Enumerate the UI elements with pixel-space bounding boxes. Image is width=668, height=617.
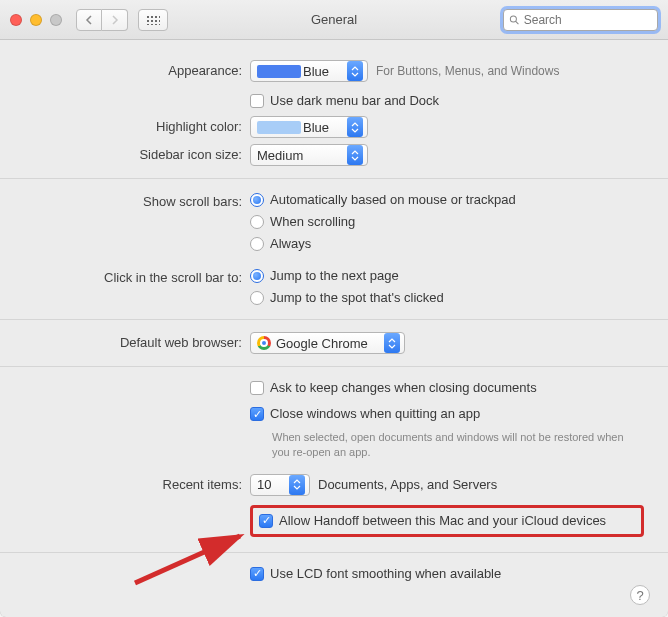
back-button[interactable] — [76, 9, 102, 31]
darkmenu-checkbox[interactable] — [250, 94, 264, 108]
show-all-button[interactable] — [138, 9, 168, 31]
lcd-checkbox[interactable] — [250, 567, 264, 581]
dropdown-arrow-icon — [384, 333, 400, 353]
label-recent: Recent items: — [24, 474, 250, 496]
clickscroll-radio-page[interactable] — [250, 269, 264, 283]
highlight-swatch-icon — [257, 121, 301, 134]
browser-select[interactable]: Google Chrome — [250, 332, 405, 354]
row-lcd: Use LCD font smoothing when available — [24, 565, 644, 583]
help-button[interactable]: ? — [630, 585, 650, 605]
forward-button[interactable] — [102, 9, 128, 31]
titlebar: General — [0, 0, 668, 40]
scrollbars-opt-2: Always — [270, 235, 311, 253]
separator — [0, 178, 668, 179]
handoff-label: Allow Handoff between this Mac and your … — [279, 512, 606, 530]
recent-suffix: Documents, Apps, and Servers — [318, 477, 497, 492]
label-appearance: Appearance: — [24, 60, 250, 82]
scrollbars-opt-1: When scrolling — [270, 213, 355, 231]
scrollbars-radio-scrolling[interactable] — [250, 215, 264, 229]
clickscroll-radio-spot[interactable] — [250, 291, 264, 305]
appearance-select[interactable]: Blue — [250, 60, 368, 82]
traffic-lights — [10, 14, 62, 26]
nav-buttons — [76, 9, 128, 31]
dropdown-arrow-icon — [347, 61, 363, 81]
highlight-select[interactable]: Blue — [250, 116, 368, 138]
row-scrollbars: Show scroll bars: Automatically based on… — [24, 191, 644, 253]
label-sidebar: Sidebar icon size: — [24, 144, 250, 166]
appearance-hint: For Buttons, Menus, and Windows — [376, 64, 559, 78]
darkmenu-label: Use dark menu bar and Dock — [270, 92, 439, 110]
grid-icon — [146, 15, 160, 25]
ask-label: Ask to keep changes when closing documen… — [270, 379, 537, 397]
close-hint: When selected, open documents and window… — [272, 430, 644, 460]
close-button[interactable] — [10, 14, 22, 26]
sidebar-value: Medium — [257, 148, 343, 163]
separator — [0, 319, 668, 320]
row-handoff: Allow Handoff between this Mac and your … — [24, 502, 644, 540]
browser-value: Google Chrome — [273, 336, 380, 351]
annotation-highlight: Allow Handoff between this Mac and your … — [250, 505, 644, 537]
label-highlight: Highlight color: — [24, 116, 250, 138]
search-field-wrap[interactable] — [503, 9, 658, 31]
zoom-button[interactable] — [50, 14, 62, 26]
scrollbars-opt-0: Automatically based on mouse or trackpad — [270, 191, 516, 209]
row-highlight: Highlight color: Blue — [24, 116, 644, 138]
row-sidebar: Sidebar icon size: Medium — [24, 144, 644, 166]
content: Appearance: Blue For Buttons, Menus, and… — [0, 40, 668, 609]
chrome-icon — [257, 336, 271, 350]
blue-swatch-icon — [257, 65, 301, 78]
lcd-label: Use LCD font smoothing when available — [270, 565, 501, 583]
label-browser: Default web browser: — [24, 332, 250, 354]
clickscroll-opt-1: Jump to the spot that's clicked — [270, 289, 444, 307]
row-appearance: Appearance: Blue For Buttons, Menus, and… — [24, 60, 644, 110]
close-label: Close windows when quitting an app — [270, 405, 480, 423]
svg-line-1 — [516, 21, 519, 24]
clickscroll-opt-0: Jump to the next page — [270, 267, 399, 285]
row-clickscroll: Click in the scroll bar to: Jump to the … — [24, 267, 644, 307]
preferences-window: General Appearance: Blue — [0, 0, 668, 617]
ask-checkbox[interactable] — [250, 381, 264, 395]
label-clickscroll: Click in the scroll bar to: — [24, 267, 250, 289]
dropdown-arrow-icon — [347, 117, 363, 137]
scrollbars-radio-always[interactable] — [250, 237, 264, 251]
scrollbars-radio-auto[interactable] — [250, 193, 264, 207]
dropdown-arrow-icon — [347, 145, 363, 165]
separator — [0, 552, 668, 553]
minimize-button[interactable] — [30, 14, 42, 26]
search-icon — [509, 14, 520, 26]
appearance-value: Blue — [303, 64, 343, 79]
dropdown-arrow-icon — [289, 475, 305, 495]
chevron-left-icon — [85, 15, 93, 25]
row-doc-options: Ask to keep changes when closing documen… — [24, 379, 644, 460]
row-recent: Recent items: 10 Documents, Apps, and Se… — [24, 474, 644, 496]
close-checkbox[interactable] — [250, 407, 264, 421]
label-scrollbars: Show scroll bars: — [24, 191, 250, 213]
highlight-value: Blue — [303, 120, 343, 135]
handoff-checkbox[interactable] — [259, 514, 273, 528]
sidebar-select[interactable]: Medium — [250, 144, 368, 166]
chevron-right-icon — [111, 15, 119, 25]
svg-point-0 — [510, 15, 516, 21]
recent-select[interactable]: 10 — [250, 474, 310, 496]
row-browser: Default web browser: Google Chrome — [24, 332, 644, 354]
search-input[interactable] — [524, 13, 652, 27]
separator — [0, 366, 668, 367]
recent-value: 10 — [257, 477, 285, 492]
